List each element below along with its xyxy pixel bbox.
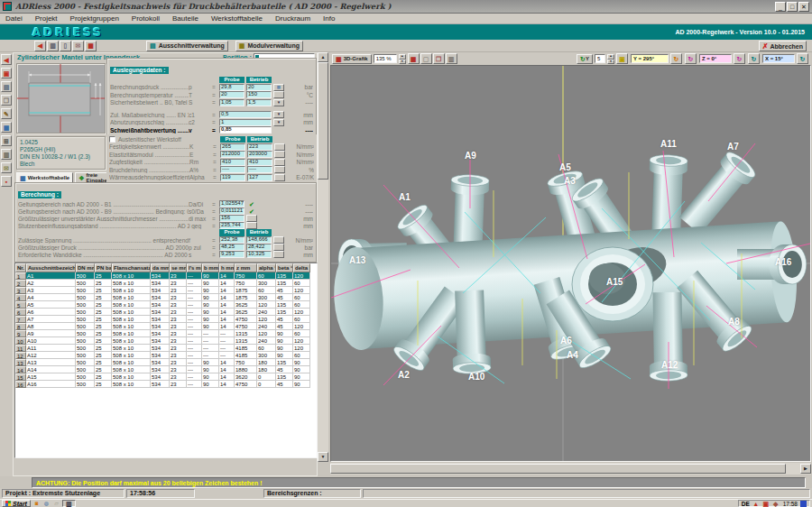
scroll-down-button[interactable]: ▼ <box>318 452 328 462</box>
3d-grafik-toggle[interactable]: ▦ 3D-Grafik <box>332 54 372 64</box>
austenitic-checkbox[interactable] <box>109 136 115 143</box>
table-row[interactable]: 2A250025508 x 1053423---901475030013560 <box>15 280 317 287</box>
table-row[interactable]: 6A650025508 x 1053423---9014362524013512… <box>15 309 317 316</box>
maximize-button[interactable]: □ <box>787 2 798 12</box>
detail-button[interactable] <box>246 215 257 222</box>
value-field[interactable]: 156 <box>219 215 245 222</box>
detail-button[interactable] <box>274 159 285 166</box>
table-row[interactable]: 12A1250025508 x 1053423---------41853009… <box>15 352 317 359</box>
dropdown-button[interactable]: ▼ <box>273 99 284 106</box>
rotation-y-field[interactable]: Y = 295° <box>631 54 669 63</box>
menu-item-werkstofftabelle[interactable]: Werkstofftabelle <box>211 14 263 23</box>
table-row[interactable]: 4A450025508 x 1053423---901418753004560 <box>15 294 317 301</box>
lock-icon[interactable]: ▢ <box>420 53 432 64</box>
column-header[interactable]: z mm <box>235 263 257 272</box>
task-adriess-button[interactable]: ▥ <box>62 500 76 507</box>
column-header[interactable]: l's mm <box>187 263 202 272</box>
ausschnittverwaltung-button[interactable]: ▤ Ausschnittverwaltung <box>146 41 228 51</box>
detail-button[interactable] <box>246 222 257 229</box>
value-field[interactable]: 252,38 <box>219 236 245 244</box>
value-field[interactable]: 203000 <box>247 151 272 158</box>
spin-down-icon[interactable]: ▼ <box>607 60 614 65</box>
clipboard-icon[interactable]: ▤ <box>1 81 12 92</box>
value-field[interactable]: 29,8 <box>219 84 245 91</box>
rotate-x-plus-button[interactable]: ↻ <box>797 53 808 64</box>
table-row[interactable]: 5A550025508 x 1053423---9014362512013560 <box>15 301 317 309</box>
delete-icon[interactable]: ▯ <box>60 41 71 51</box>
calc-icon[interactable]: ⊞ <box>1 135 12 146</box>
dropdown-button[interactable]: ▼ <box>273 111 284 118</box>
stop-icon[interactable]: ▪ <box>1 176 12 187</box>
value-field[interactable]: 1,05 <box>219 99 245 106</box>
tray-app-icon[interactable]: ▣ <box>762 500 770 507</box>
column-header[interactable]: Ausschnittbezeichnung <box>26 263 76 272</box>
dropdown-button[interactable]: ▼ <box>273 119 284 126</box>
form-vertical-scrollbar[interactable]: ▲ ▼ <box>318 52 328 462</box>
table-icon[interactable]: ▦ <box>1 122 12 133</box>
value-field[interactable]: 1 <box>219 119 272 126</box>
copy-icon[interactable]: ❐ <box>1 95 12 106</box>
zoom-spinner[interactable]: ▲▼ <box>399 54 406 63</box>
value-field[interactable]: 48,25 <box>219 244 245 251</box>
value-field[interactable]: 410 <box>247 159 272 166</box>
zoom-level-field[interactable]: 135 % <box>374 54 397 63</box>
horizontal-scroll-thumb[interactable] <box>330 464 786 474</box>
value-field[interactable]: ---- <box>220 166 245 173</box>
table-row[interactable]: 10A1050025508 x 1053423---------13152409… <box>15 337 317 345</box>
column-header[interactable]: da mm <box>151 263 170 272</box>
table-row[interactable]: 8A850025508 x 1053423---9014475024045120 <box>15 323 317 330</box>
detail-button[interactable] <box>273 236 284 244</box>
table-row[interactable]: 15A1550025508 x 1053423---90143620013590 <box>15 373 317 381</box>
keyboard-language-indicator[interactable]: DE <box>742 501 750 507</box>
quicklaunch-ie-icon[interactable]: ◙ <box>32 500 41 507</box>
start-button[interactable]: Start <box>2 500 31 507</box>
value-field[interactable]: 0,85 <box>219 126 272 134</box>
column-header[interactable]: delta ° <box>293 263 310 272</box>
column-header[interactable]: Nr. <box>15 263 26 272</box>
value-field[interactable]: 212000 <box>220 151 245 158</box>
value-field[interactable]: 9,253 <box>219 251 245 258</box>
detail-button[interactable] <box>274 151 285 158</box>
menu-item-projektgruppen[interactable]: Projektgruppen <box>70 14 119 23</box>
value-field[interactable]: 127 <box>247 174 272 181</box>
print-icon[interactable]: ▥ <box>47 41 59 51</box>
copy-image-icon[interactable]: ❐ <box>433 53 445 64</box>
column-header[interactable]: beta ° <box>276 263 293 272</box>
mail-icon[interactable]: ✉ <box>1 162 12 173</box>
menu-item-bauteile[interactable]: Bauteile <box>172 14 198 23</box>
column-header[interactable]: h mm <box>219 263 235 272</box>
spin-down-icon[interactable]: ▼ <box>399 60 406 65</box>
print-icon[interactable]: ▥ <box>1 149 12 160</box>
table-row[interactable]: 7A750025508 x 1053423---901447501204560 <box>15 316 317 323</box>
tray-blue-icon[interactable] <box>800 501 807 507</box>
column-header[interactable]: PN bar <box>95 263 112 272</box>
edit-icon[interactable]: ✎ <box>1 108 12 119</box>
image-icon[interactable]: ▦ <box>85 41 97 51</box>
mail-icon[interactable]: ✉ <box>72 41 84 51</box>
tray-volume-icon[interactable]: ◆ <box>772 500 780 507</box>
modulverwaltung-button[interactable]: ▦ Modulverwaltung <box>235 41 303 51</box>
value-field[interactable]: 1,5 <box>246 99 272 106</box>
vertical-scroll-thumb[interactable] <box>318 62 328 180</box>
detail-button[interactable] <box>273 244 284 251</box>
image-refresh-icon[interactable]: ▦ <box>408 53 420 64</box>
print-view-icon[interactable]: ▥ <box>446 53 457 64</box>
detail-button[interactable] <box>273 251 284 258</box>
table-row[interactable]: 9A950025508 x 1053423---------1315120906… <box>15 330 317 337</box>
rotate-z-plus-button[interactable]: ↻ <box>734 53 745 64</box>
menu-item-projekt[interactable]: Projekt <box>35 14 58 23</box>
rotation-step-field[interactable]: 5 <box>595 54 605 63</box>
value-field[interactable]: 223 <box>247 143 272 151</box>
detail-button[interactable] <box>273 91 284 98</box>
value-field[interactable]: 0,011121 <box>219 207 245 215</box>
detail-button[interactable] <box>274 166 285 173</box>
table-row[interactable]: 3A350025508 x 1053423---901418756045120 <box>15 287 317 294</box>
column-header[interactable]: Flanschansatz mm <box>112 263 151 272</box>
view-horizontal-scrollbar[interactable]: ▶ <box>330 463 811 475</box>
project-icon[interactable]: ▣ <box>1 68 12 78</box>
value-field[interactable]: 150 <box>246 91 272 98</box>
3d-viewport[interactable]: A1A2A3A4A5A6A7A8A9A10A11A12A13A15A16 <box>330 65 811 462</box>
value-field[interactable]: 119 <box>220 174 245 181</box>
value-field[interactable]: 1,025547 <box>219 200 245 207</box>
title-bar[interactable]: ADRiess 2000 - Festigkeitsnachweis für D… <box>0 0 812 14</box>
